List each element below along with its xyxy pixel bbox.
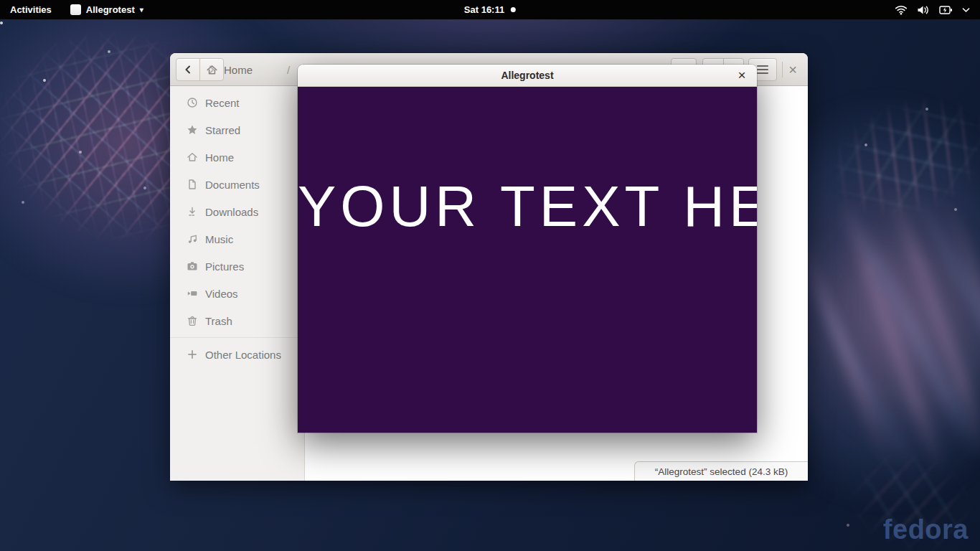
hamburger-icon: [757, 65, 768, 74]
fedora-watermark: fedora: [883, 514, 969, 545]
back-icon: [182, 64, 194, 75]
music-icon: [187, 233, 198, 245]
allegrotest-preview: YOUR TEXT HERE: [298, 87, 757, 433]
star-icon: [187, 124, 198, 136]
banner-text: YOUR TEXT HERE: [298, 178, 757, 235]
volume-icon: [917, 5, 930, 15]
document-icon: [187, 179, 198, 190]
trash-icon: [187, 315, 198, 326]
download-icon: [187, 206, 198, 217]
camera-icon: [187, 260, 198, 272]
allegrotest-title: Allegrotest: [501, 70, 553, 81]
wifi-icon: [895, 5, 908, 15]
back-button[interactable]: [176, 59, 199, 80]
selection-status: “Allegrotest” selected (24.3 kB): [634, 461, 808, 481]
home-icon: [206, 64, 218, 76]
app-menu[interactable]: Allegrotest ▾: [62, 0, 152, 19]
notification-dot: [511, 7, 516, 12]
sidebar-label: Videos: [205, 288, 238, 300]
sidebar-item-recent[interactable]: Recent: [170, 89, 304, 116]
sidebar-item-downloads[interactable]: Downloads: [170, 198, 304, 225]
breadcrumb-home-label: Home: [224, 64, 253, 76]
headerbar-divider: [782, 62, 783, 77]
sidebar-item-starred[interactable]: Starred: [170, 116, 304, 143]
sidebar-label: Home: [205, 151, 234, 164]
video-icon: [187, 288, 198, 299]
system-tray[interactable]: [895, 0, 980, 19]
sidebar-label: Recent: [205, 97, 240, 109]
wallpaper-sparkles: [0, 22, 3, 24]
sidebar-label: Trash: [205, 315, 232, 327]
sidebar-separator: [170, 337, 304, 338]
home-icon: [187, 151, 198, 163]
sidebar-label: Pictures: [205, 260, 244, 273]
breadcrumb-separator: /: [287, 60, 290, 80]
activities-button[interactable]: Activities: [0, 0, 62, 19]
chevron-down-icon: ▾: [140, 6, 143, 14]
chevron-down-icon: [962, 7, 970, 13]
battery-charging-icon: [939, 5, 953, 15]
files-close-button[interactable]: ×: [784, 59, 801, 80]
sidebar-label: Documents: [205, 179, 260, 191]
app-menu-label: Allegrotest: [86, 4, 135, 15]
sidebar-item-home[interactable]: Home: [170, 143, 304, 171]
clock-icon: [187, 97, 198, 108]
gnome-top-bar: Activities Allegrotest ▾ Sat 16:11: [0, 0, 980, 19]
plus-icon: [187, 349, 198, 360]
sidebar-item-videos[interactable]: Videos: [170, 280, 304, 307]
sidebar-label: Starred: [205, 124, 240, 136]
sidebar-label: Other Locations: [205, 349, 281, 361]
clock-button[interactable]: Sat 16:11: [464, 0, 516, 19]
clock-label: Sat 16:11: [464, 4, 504, 15]
files-sidebar: Recent Starred Home Documents Downloads …: [170, 86, 305, 481]
sidebar-item-documents[interactable]: Documents: [170, 171, 304, 198]
sidebar-label: Music: [205, 233, 233, 245]
desktop: fedora Home /: [0, 0, 980, 551]
breadcrumb-home[interactable]: Home: [206, 60, 253, 80]
app-window-icon: [70, 4, 81, 15]
sidebar-item-other-locations[interactable]: Other Locations: [170, 341, 304, 368]
sidebar-item-pictures[interactable]: Pictures: [170, 253, 304, 280]
sidebar-item-music[interactable]: Music: [170, 225, 304, 253]
sidebar-label: Downloads: [205, 206, 258, 218]
allegrotest-close-button[interactable]: ×: [732, 65, 751, 86]
sidebar-item-trash[interactable]: Trash: [170, 307, 304, 334]
allegrotest-titlebar[interactable]: Allegrotest ×: [298, 65, 757, 87]
allegrotest-window: Allegrotest × YOUR TEXT HERE: [298, 65, 757, 433]
